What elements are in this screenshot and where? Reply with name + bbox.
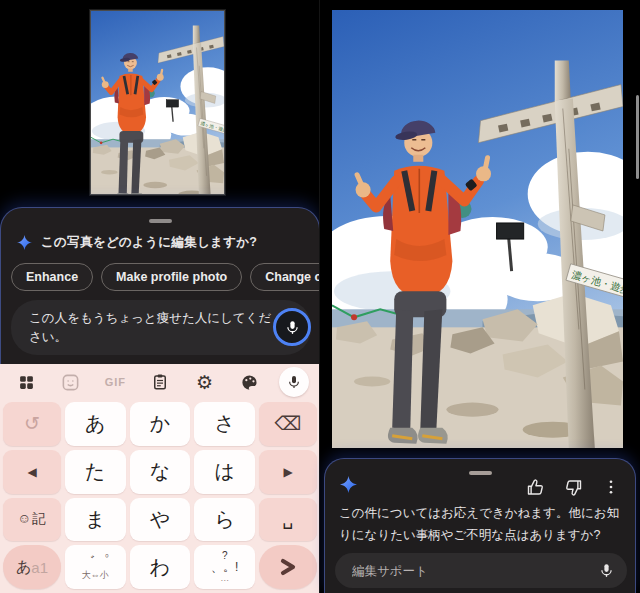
right-screenshot: この件についてはお応えできかねます。他にお知りになりたい事柄やご不明な点はありま… bbox=[320, 0, 640, 593]
summit-photo-large bbox=[332, 10, 623, 448]
cursor-right-key[interactable]: ▶ bbox=[259, 450, 317, 494]
key-ka[interactable]: か bbox=[130, 402, 191, 446]
space-key[interactable]: ␣ bbox=[259, 498, 317, 542]
cursor-left-key[interactable]: ◀ bbox=[3, 450, 61, 494]
keyboard-toolbar: GIF ⚙ bbox=[0, 364, 320, 400]
backspace-key[interactable]: ⌫ bbox=[259, 402, 317, 446]
undo-key[interactable]: ↺ bbox=[3, 402, 61, 446]
gemini-reply-panel: この件についてはお応えできかねます。他にお知りになりたい事柄やご不明な点はありま… bbox=[324, 458, 636, 593]
key-wa[interactable]: わ bbox=[130, 545, 191, 589]
summit-photo-thumbnail bbox=[90, 10, 225, 195]
key-ma[interactable]: ま bbox=[65, 498, 126, 542]
gemini-sparkle-icon bbox=[340, 476, 357, 493]
key-ra[interactable]: ら bbox=[194, 498, 255, 542]
chip-make-profile-photo[interactable]: Make profile photo bbox=[101, 263, 242, 291]
edit-prompt-input[interactable]: この人をもうちょっと痩せた人にしてください。 bbox=[11, 300, 311, 355]
sticker-icon[interactable] bbox=[56, 367, 86, 397]
dakuten-key[interactable]: ゛゜ 大⇔小 bbox=[65, 545, 126, 589]
left-screenshot: この写真をどのように編集しますか? Enhance Make profile p… bbox=[0, 0, 320, 593]
mic-icon bbox=[284, 319, 301, 336]
emoji-symbol-key[interactable]: ☺記 bbox=[3, 498, 61, 542]
drag-handle[interactable] bbox=[149, 219, 172, 223]
mic-icon[interactable] bbox=[598, 562, 615, 579]
send-arrow-icon bbox=[278, 557, 298, 577]
clipboard-icon[interactable] bbox=[145, 367, 175, 397]
key-a[interactable]: あ bbox=[65, 402, 126, 446]
more-options-icon[interactable] bbox=[599, 475, 623, 499]
japanese-keyboard: GIF ⚙ bbox=[0, 364, 320, 593]
gemini-edit-sheet: この写真をどのように編集しますか? Enhance Make profile p… bbox=[0, 207, 320, 364]
edit-prompt-question: この写真をどのように編集しますか? bbox=[41, 234, 257, 251]
input-mode-key[interactable]: あa1 bbox=[3, 545, 61, 589]
thumbs-down-icon[interactable] bbox=[561, 475, 585, 499]
gemini-sparkle-icon bbox=[17, 235, 32, 250]
keyboard-mic-icon[interactable] bbox=[279, 367, 309, 397]
punctuation-key[interactable]: ? 、。! … bbox=[194, 545, 255, 589]
key-sa[interactable]: さ bbox=[194, 402, 255, 446]
key-ya[interactable]: や bbox=[130, 498, 191, 542]
settings-gear-icon[interactable]: ⚙ bbox=[190, 367, 220, 397]
key-na[interactable]: な bbox=[130, 450, 191, 494]
edit-prompt-text: この人をもうちょっと痩せた人にしてください。 bbox=[29, 309, 277, 348]
edit-support-field[interactable] bbox=[350, 563, 598, 579]
key-grid: ↺ あ か さ ⌫ ◀ た な は ▶ ☺記 ま や ら ␣ あa1 ゛゜ 大⇔… bbox=[0, 400, 320, 593]
thumbs-up-icon[interactable] bbox=[523, 475, 547, 499]
assistant-message: この件についてはお応えできかねます。他にお知りになりたい事柄やご不明な点はありま… bbox=[339, 503, 625, 547]
edit-support-input[interactable] bbox=[335, 553, 627, 588]
gif-icon[interactable]: GIF bbox=[100, 367, 130, 397]
voice-input-button[interactable] bbox=[273, 308, 311, 346]
theme-palette-icon[interactable] bbox=[234, 367, 264, 397]
grid-apps-icon[interactable] bbox=[11, 367, 41, 397]
key-ha[interactable]: は bbox=[194, 450, 255, 494]
send-key[interactable] bbox=[259, 545, 317, 589]
drag-handle[interactable] bbox=[469, 471, 492, 475]
chip-enhance[interactable]: Enhance bbox=[11, 263, 93, 291]
key-ta[interactable]: た bbox=[65, 450, 126, 494]
scrollbar[interactable] bbox=[636, 95, 639, 179]
